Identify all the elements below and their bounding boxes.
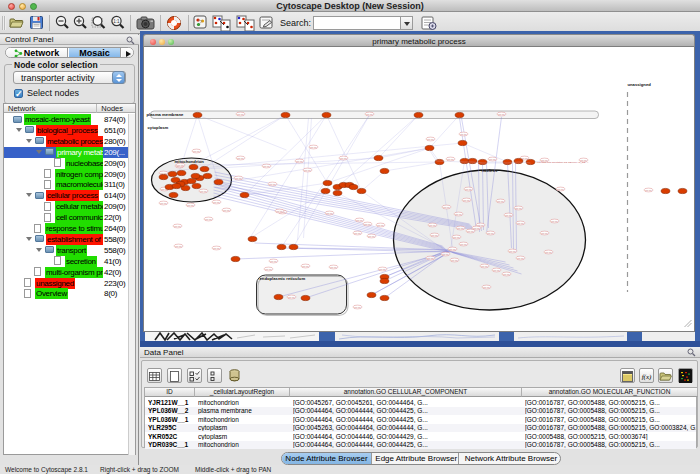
svg-text:[xx xx]: [xx xx] xyxy=(263,165,270,167)
svg-text:[xx xx]: [xx xx] xyxy=(453,236,460,238)
svg-text:[xx xx]: [xx xx] xyxy=(487,232,494,234)
svg-text:[xx xx]: [xx xx] xyxy=(449,248,456,250)
svg-text:[xx xx]: [xx xx] xyxy=(296,160,303,162)
svg-text:[xx xx]: [xx xx] xyxy=(235,177,242,179)
svg-text:[xx xx]: [xx xx] xyxy=(489,158,496,160)
svg-text:[xx xx]: [xx xx] xyxy=(160,202,167,204)
svg-text:[xx xx]: [xx xx] xyxy=(431,234,438,236)
svg-text:[xx xx]: [xx xx] xyxy=(451,259,458,261)
svg-text:[xx xx]: [xx xx] xyxy=(443,206,450,208)
svg-text:[xx xx]: [xx xx] xyxy=(427,138,434,140)
svg-text:[xx xx]: [xx xx] xyxy=(340,157,347,159)
svg-text:[xx xx]: [xx xx] xyxy=(645,189,652,191)
svg-text:[xx xx]: [xx xx] xyxy=(557,188,564,190)
svg-text:cytoplasm: cytoplasm xyxy=(148,125,169,130)
svg-text:[xx xx]: [xx xx] xyxy=(447,158,454,160)
svg-text:[xx xx]: [xx xx] xyxy=(205,218,212,220)
svg-text:[xx xx]: [xx xx] xyxy=(377,224,384,226)
svg-text:[xx xx]: [xx xx] xyxy=(505,214,512,216)
svg-text:[xx xx]: [xx xx] xyxy=(460,243,467,245)
svg-text:[xx xx]: [xx xx] xyxy=(465,188,472,190)
svg-text:[xx xx]: [xx xx] xyxy=(237,113,244,115)
svg-text:[xx xx]: [xx xx] xyxy=(551,220,558,222)
svg-text:[xx xx]: [xx xx] xyxy=(265,268,272,270)
svg-text:[xx xx]: [xx xx] xyxy=(174,225,181,227)
svg-text:[xx xx]: [xx xx] xyxy=(477,224,484,226)
svg-text:[xx xx]: [xx xx] xyxy=(483,286,490,288)
svg-text:[xx xx]: [xx xx] xyxy=(193,150,200,152)
svg-text:[xx xx]: [xx xx] xyxy=(517,257,524,259)
svg-text:[xx xx]: [xx xx] xyxy=(326,212,333,214)
svg-text:[xx xx]: [xx xx] xyxy=(503,273,510,275)
svg-text:[xx xx]: [xx xx] xyxy=(497,200,504,202)
svg-text:[xx xx]: [xx xx] xyxy=(354,232,361,234)
svg-text:[xx xx]: [xx xx] xyxy=(213,201,220,203)
svg-text:[xx xx]: [xx xx] xyxy=(200,190,207,192)
svg-text:[xx xx]: [xx xx] xyxy=(515,207,522,209)
svg-text:[xx xx]: [xx xx] xyxy=(521,157,528,159)
svg-text:[xx xx]: [xx xx] xyxy=(467,230,474,232)
svg-text:[xx xx]: [xx xx] xyxy=(213,247,220,249)
svg-text:[xx xx]: [xx xx] xyxy=(288,296,295,298)
svg-text:[xx xx]: [xx xx] xyxy=(175,245,182,247)
svg-text:[xx xx]: [xx xx] xyxy=(177,164,184,166)
svg-text:[xx xx]: [xx xx] xyxy=(270,260,277,262)
svg-text:[xx xx]: [xx xx] xyxy=(498,113,505,115)
svg-text:[xx xx]: [xx xx] xyxy=(366,113,373,115)
svg-text:[xx xx]: [xx xx] xyxy=(517,222,524,224)
svg-text:[xx xx]: [xx xx] xyxy=(356,219,363,221)
svg-text:[xx xx]: [xx xx] xyxy=(302,265,309,267)
svg-text:[xx xx]: [xx xx] xyxy=(541,232,548,234)
svg-text:[xx xx]: [xx xx] xyxy=(330,266,337,268)
svg-text:[xx xx]: [xx xx] xyxy=(493,269,500,271)
svg-text:[xx xx]: [xx xx] xyxy=(223,209,230,211)
svg-text:unassigned: unassigned xyxy=(628,82,652,87)
svg-text:[xx xx]: [xx xx] xyxy=(269,183,276,185)
svg-text:(interacts with annotation.GO: (interacts with annotation.GO CELLULAR_C… xyxy=(537,161,589,164)
svg-text:[xx xx]: [xx xx] xyxy=(481,265,488,267)
svg-text:[xx xx]: [xx xx] xyxy=(460,133,467,135)
svg-text:f(x): f(x) xyxy=(642,373,652,381)
svg-text:[xx xx]: [xx xx] xyxy=(237,157,244,159)
svg-text:[xx xx]: [xx xx] xyxy=(368,235,375,237)
svg-text:[xx xx]: [xx xx] xyxy=(473,227,480,229)
svg-text:[xx xx]: [xx xx] xyxy=(545,251,552,253)
svg-text:[xx xx]: [xx xx] xyxy=(276,210,283,212)
svg-text:[xx xx]: [xx xx] xyxy=(160,172,167,174)
svg-text:[xx xx]: [xx xx] xyxy=(455,213,462,215)
svg-text:[xx xx]: [xx xx] xyxy=(427,257,434,259)
svg-text:plasma membrane: plasma membrane xyxy=(147,112,184,117)
svg-text:[xx xx]: [xx xx] xyxy=(463,199,470,201)
svg-text:[xx xx]: [xx xx] xyxy=(364,223,371,225)
svg-text:nucleus: nucleus xyxy=(482,168,498,173)
svg-text:[xx xx]: [xx xx] xyxy=(429,224,436,226)
svg-text:1:1: 1:1 xyxy=(113,19,120,24)
svg-text:[xx xx]: [xx xx] xyxy=(354,306,361,308)
svg-text:[xx xx]: [xx xx] xyxy=(442,253,449,255)
svg-text:[xx xx]: [xx xx] xyxy=(379,268,386,270)
svg-text:[xx xx]: [xx xx] xyxy=(310,146,317,148)
svg-text:[xx xx]: [xx xx] xyxy=(187,204,194,206)
svg-text:[xx xx]: [xx xx] xyxy=(457,227,464,229)
svg-text:[xx xx]: [xx xx] xyxy=(304,169,311,171)
svg-text:[xx xx]: [xx xx] xyxy=(509,250,516,252)
svg-text:endoplasmic reticulum: endoplasmic reticulum xyxy=(260,276,306,281)
